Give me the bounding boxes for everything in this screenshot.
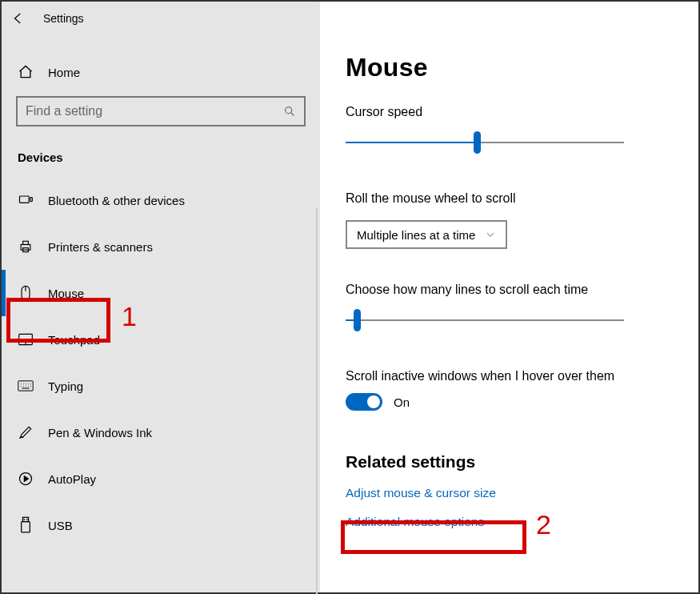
svg-rect-8 <box>18 381 33 391</box>
slider-track <box>346 319 624 321</box>
sidebar-item-label: Mouse <box>48 287 84 300</box>
svg-rect-2 <box>30 198 33 202</box>
search-icon <box>283 105 296 118</box>
sidebar-item-label: Touchpad <box>48 333 100 347</box>
sidebar-item-printers[interactable]: Printers & scanners <box>2 223 320 270</box>
sidebar-item-bluetooth[interactable]: Bluetooth & other devices <box>2 177 320 223</box>
related-title: Related settings <box>346 452 660 472</box>
hover-label: Scroll inactive windows when I hover ove… <box>346 369 660 383</box>
cursor-speed-slider[interactable] <box>346 134 624 156</box>
sidebar-item-label: AutoPlay <box>48 472 96 486</box>
scroll-mode-label: Roll the mouse wheel to scroll <box>346 191 660 206</box>
hover-toggle[interactable] <box>346 393 382 411</box>
toggle-knob <box>367 395 380 408</box>
lines-slider[interactable] <box>346 311 624 334</box>
mouse-icon <box>18 285 34 301</box>
nav-home[interactable]: Home <box>2 56 320 88</box>
sidebar-item-label: Typing <box>48 379 83 393</box>
touchpad-icon <box>18 331 34 347</box>
link-additional-mouse-options[interactable]: Additional mouse options <box>346 515 660 529</box>
cursor-speed-label: Cursor speed <box>346 105 660 119</box>
chevron-down-icon <box>485 229 496 240</box>
svg-point-0 <box>286 107 292 114</box>
sidebar-item-touchpad[interactable]: Touchpad <box>2 316 320 363</box>
slider-thumb[interactable] <box>474 131 481 154</box>
autoplay-icon <box>18 471 34 487</box>
sidebar: Settings Home Devices <box>2 2 320 592</box>
home-icon <box>18 64 34 80</box>
toggle-state: On <box>394 395 410 409</box>
sidebar-item-label: Printers & scanners <box>48 240 153 254</box>
svg-rect-10 <box>22 517 28 521</box>
divider <box>316 208 318 594</box>
sidebar-item-typing[interactable]: Typing <box>2 363 320 409</box>
sidebar-item-label: Pen & Windows Ink <box>48 426 152 439</box>
printer-icon <box>18 239 34 255</box>
svg-rect-11 <box>22 522 30 532</box>
svg-rect-3 <box>21 245 30 251</box>
sidebar-item-pen[interactable]: Pen & Windows Ink <box>2 409 320 456</box>
search-input[interactable] <box>26 104 283 118</box>
back-button[interactable] <box>11 11 26 26</box>
scroll-mode-dropdown[interactable]: Multiple lines at a time <box>346 220 507 249</box>
pen-icon <box>18 424 34 440</box>
sidebar-item-autoplay[interactable]: AutoPlay <box>2 456 320 502</box>
sidebar-item-label: Bluetooth & other devices <box>48 194 185 207</box>
search-wrap <box>2 88 320 131</box>
svg-rect-4 <box>23 241 29 244</box>
page-title: Mouse <box>346 53 660 82</box>
nav-home-label: Home <box>48 66 80 79</box>
link-adjust-cursor-size[interactable]: Adjust mouse & cursor size <box>346 486 660 500</box>
nav-list: Bluetooth & other devices Printers & sca… <box>2 177 320 548</box>
bluetooth-icon <box>18 192 34 208</box>
lines-label: Choose how many lines to scroll each tim… <box>346 283 660 297</box>
settings-window: Settings Home Devices <box>0 0 700 594</box>
search-box[interactable] <box>16 96 306 126</box>
usb-icon <box>18 517 34 533</box>
hover-toggle-row: On <box>346 393 660 411</box>
section-title-devices: Devices <box>2 131 320 177</box>
sidebar-header: Settings <box>2 2 320 34</box>
slider-fill <box>346 142 477 143</box>
app-title: Settings <box>43 12 84 25</box>
svg-rect-1 <box>20 196 30 203</box>
content: Mouse Cursor speed Roll the mouse wheel … <box>320 2 698 592</box>
slider-thumb[interactable] <box>354 309 361 331</box>
sidebar-item-usb[interactable]: USB <box>2 502 320 548</box>
dropdown-value: Multiple lines at a time <box>357 228 475 242</box>
active-indicator <box>2 270 6 316</box>
sidebar-item-label: USB <box>48 519 73 532</box>
sidebar-item-mouse[interactable]: Mouse <box>2 270 320 316</box>
keyboard-icon <box>18 378 34 394</box>
